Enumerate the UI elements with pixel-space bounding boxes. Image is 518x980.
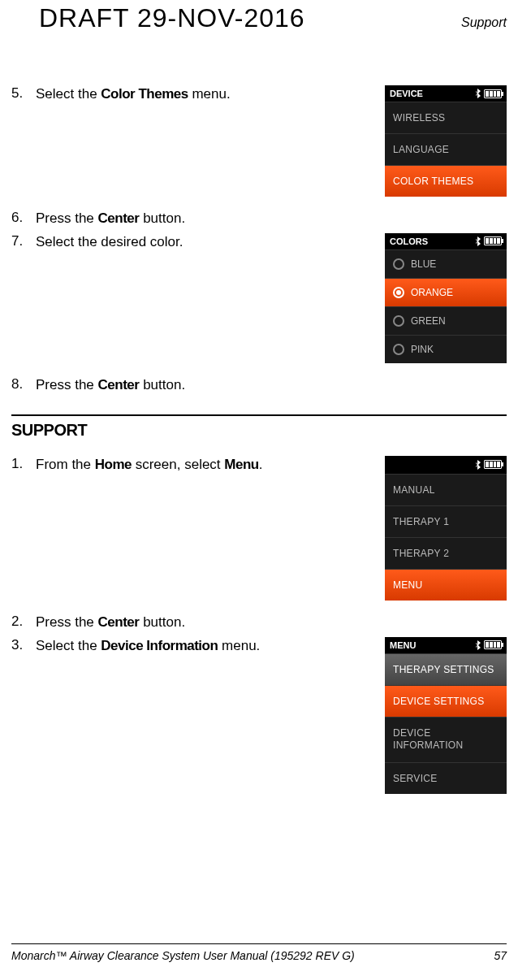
draft-stamp: DRAFT 29-NOV-2016	[39, 3, 305, 33]
step-text: Select the Device Information menu.	[36, 637, 260, 656]
menu-item: THERAPY 2	[385, 537, 507, 569]
bluetooth-icon	[475, 640, 481, 650]
step-text: Select the Color Themes menu.	[36, 85, 231, 104]
menu-item-selected: MENU	[385, 569, 507, 601]
step-number: 5.	[11, 85, 36, 104]
device-screen-colorthemes: DEVICE WIRELESS LANGUAGE COLOR THEMES	[385, 85, 507, 197]
step-text: Select the desired color.	[36, 233, 183, 252]
screen-title: MENU	[390, 640, 416, 650]
menu-item-selected: COLOR THEMES	[385, 165, 507, 197]
page-number: 57	[494, 949, 507, 962]
screen-title: COLORS	[390, 236, 428, 246]
support-heading: SUPPORT	[11, 421, 507, 440]
battery-icon	[484, 236, 502, 245]
color-option: BLUE	[385, 249, 507, 278]
menu-item: MANUAL	[385, 474, 507, 505]
menu-item: LANGUAGE	[385, 133, 507, 165]
menu-item: THERAPY 1	[385, 505, 507, 537]
menu-item: THERAPY SETTINGS	[385, 653, 507, 685]
divider	[11, 414, 507, 416]
color-option: PINK	[385, 335, 507, 363]
step-text: Press the Center button.	[36, 210, 185, 228]
step-number: 7.	[11, 233, 36, 252]
step-text: Press the Center button.	[36, 614, 185, 632]
device-screen-menu: MENU THERAPY SETTINGS DEVICE SETTINGS DE…	[385, 637, 507, 794]
step-number: 1.	[11, 456, 36, 475]
battery-icon	[484, 89, 502, 98]
menu-item: DEVICE INFORMATION	[385, 717, 507, 762]
step-number: 2.	[11, 614, 36, 632]
device-screen-home: MANUAL THERAPY 1 THERAPY 2 MENU	[385, 456, 507, 601]
menu-item: WIRELESS	[385, 102, 507, 133]
color-option-selected: ORANGE	[385, 278, 507, 306]
step-number: 8.	[11, 376, 36, 395]
battery-icon	[484, 640, 502, 649]
bluetooth-icon	[475, 236, 481, 246]
color-option: GREEN	[385, 306, 507, 335]
footer-text: Monarch™ Airway Clearance System User Ma…	[11, 949, 355, 962]
step-text: Press the Center button.	[36, 376, 185, 395]
section-label: Support	[461, 15, 507, 30]
menu-item-selected: DEVICE SETTINGS	[385, 685, 507, 717]
device-screen-colors: COLORS BLUE ORANGE GREEN PINK	[385, 233, 507, 363]
bluetooth-icon	[475, 460, 481, 470]
bluetooth-icon	[475, 89, 481, 98]
step-text: From the Home screen, select Menu.	[36, 456, 262, 475]
screen-title: DEVICE	[390, 89, 423, 98]
menu-item: SERVICE	[385, 762, 507, 794]
battery-icon	[484, 460, 502, 469]
step-number: 3.	[11, 637, 36, 656]
step-number: 6.	[11, 210, 36, 228]
